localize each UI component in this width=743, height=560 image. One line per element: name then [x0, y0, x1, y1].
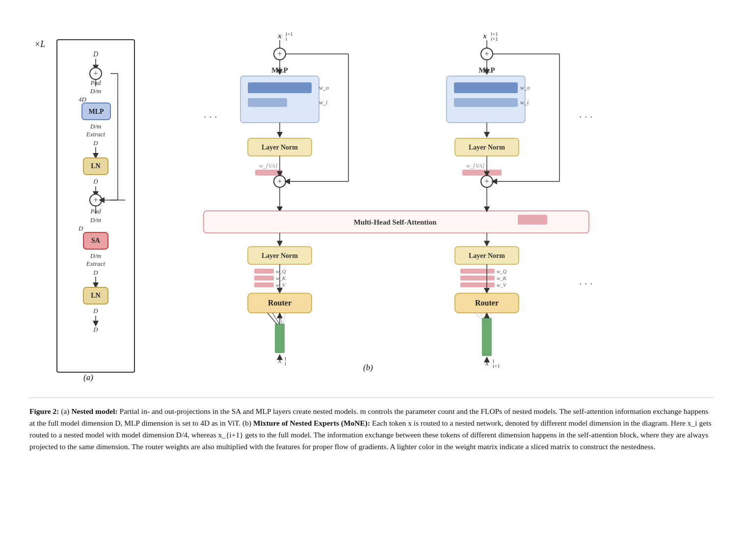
- svg-rect-107: [462, 170, 502, 176]
- svg-text:D: D: [93, 326, 98, 333]
- svg-text:w_V: w_V: [276, 282, 286, 288]
- part-b-svg: x l+1 i + MLP w_o w_i: [177, 20, 618, 378]
- svg-text:MLP: MLP: [271, 66, 288, 74]
- svg-text:Pad: Pad: [90, 79, 101, 86]
- part-a-diagram-label: (a): [83, 373, 93, 382]
- svg-text:w_V: w_V: [497, 282, 507, 288]
- svg-text:Layer Norm: Layer Norm: [262, 252, 298, 259]
- caption-text-a-bold: Nested model:: [71, 407, 117, 415]
- svg-text:Layer Norm: Layer Norm: [469, 144, 505, 151]
- svg-text:D: D: [93, 51, 98, 58]
- part-b-diagram-label: (b): [363, 363, 373, 373]
- svg-rect-120: [460, 276, 495, 280]
- svg-text:i: i: [285, 360, 286, 366]
- svg-text:+: +: [277, 177, 282, 185]
- svg-rect-66: [518, 215, 547, 225]
- svg-rect-127: [482, 318, 492, 356]
- caption-area: Figure 2: (a) Nested model: Partial in- …: [29, 397, 714, 453]
- svg-text:w_o: w_o: [319, 84, 329, 91]
- part-a-svg: D + Pad D/m 4D MLP D/m Extract: [29, 29, 147, 382]
- svg-text:w_i: w_i: [520, 99, 529, 106]
- svg-text:+: +: [277, 50, 282, 58]
- svg-text:w_o: w_o: [520, 84, 530, 91]
- svg-text:+: +: [93, 69, 98, 77]
- svg-text:. . .: . . .: [579, 275, 593, 287]
- svg-text:Router: Router: [268, 299, 292, 307]
- svg-text:SA: SA: [91, 237, 101, 244]
- svg-text:x: x: [482, 32, 487, 40]
- svg-text:D/m: D/m: [90, 252, 101, 259]
- svg-text:+: +: [484, 177, 489, 185]
- svg-text:i: i: [286, 36, 287, 42]
- figure-label: Figure 2:: [29, 407, 59, 415]
- svg-text:+: +: [484, 50, 489, 58]
- svg-rect-118: [460, 269, 495, 274]
- svg-text:w_K: w_K: [276, 275, 286, 281]
- svg-text:w_{VA}: w_{VA}: [259, 162, 278, 169]
- svg-text:4D: 4D: [79, 96, 87, 103]
- svg-rect-72: [254, 276, 274, 280]
- caption-text-a-prefix: (a): [61, 407, 69, 415]
- svg-rect-79: [275, 324, 285, 353]
- diagram-area: ×L D + Pad: [29, 20, 714, 387]
- svg-line-83: [284, 313, 285, 325]
- svg-text:D: D: [93, 307, 98, 314]
- svg-text:D: D: [78, 225, 83, 232]
- svg-text:D/m: D/m: [90, 123, 101, 130]
- svg-text:w_i: w_i: [319, 99, 327, 106]
- svg-rect-48: [248, 82, 312, 93]
- svg-line-132: [492, 313, 498, 319]
- svg-text:i+1: i+1: [491, 36, 498, 42]
- svg-rect-122: [460, 282, 495, 287]
- svg-text:Layer Norm: Layer Norm: [469, 252, 505, 259]
- svg-text:+: +: [93, 196, 98, 204]
- main-container: ×L D + Pad: [0, 0, 743, 472]
- svg-text:D/m: D/m: [90, 216, 101, 224]
- svg-text:i+1: i+1: [493, 363, 500, 369]
- svg-text:Extract: Extract: [86, 260, 106, 267]
- svg-text:D: D: [93, 178, 98, 185]
- svg-text:MLP: MLP: [478, 66, 495, 74]
- svg-text:w_Q: w_Q: [276, 268, 286, 274]
- svg-text:Layer Norm: Layer Norm: [262, 144, 298, 151]
- part-a: ×L D + Pad: [29, 29, 147, 382]
- svg-text:D: D: [93, 269, 98, 276]
- svg-text:Pad: Pad: [90, 207, 101, 215]
- svg-text:w_Q: w_Q: [497, 268, 507, 274]
- svg-text:LN: LN: [91, 292, 100, 299]
- part-b: x l+1 i + MLP w_o w_i: [177, 20, 714, 373]
- svg-text:x: x: [277, 32, 282, 40]
- svg-text:LN: LN: [91, 162, 100, 170]
- svg-rect-50: [248, 98, 287, 107]
- svg-text:w_{VA}: w_{VA}: [466, 162, 485, 169]
- svg-text:D/m: D/m: [90, 87, 101, 95]
- svg-rect-70: [254, 269, 274, 274]
- svg-text:Router: Router: [475, 299, 499, 307]
- svg-text:Extract: Extract: [86, 130, 106, 138]
- svg-text:D: D: [93, 139, 98, 147]
- svg-text:. . .: . . .: [204, 108, 217, 120]
- svg-text:w_K: w_K: [497, 275, 507, 281]
- svg-rect-99: [454, 82, 518, 93]
- svg-line-129: [480, 313, 484, 319]
- svg-text:MLP: MLP: [88, 108, 104, 115]
- svg-rect-74: [254, 282, 274, 287]
- caption-text-b-bold: Mixture of Nested Experts (MoNE):: [253, 419, 370, 427]
- svg-text:. . .: . . .: [579, 108, 593, 120]
- svg-line-128: [475, 313, 481, 319]
- svg-text:Multi-Head Self-Attention: Multi-Head Self-Attention: [354, 218, 437, 226]
- svg-rect-56: [255, 170, 282, 176]
- svg-rect-101: [454, 98, 518, 107]
